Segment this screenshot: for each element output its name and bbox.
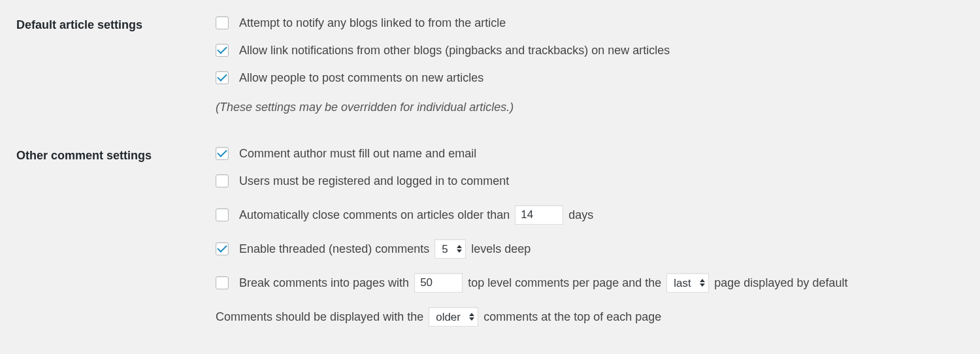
auto-close-label-pre[interactable]: Automatically close comments on articles… — [239, 208, 510, 222]
other-comment-fields: Comment author must fill out name and em… — [216, 144, 967, 341]
other-comment-settings-row: Other comment settings Comment author mu… — [13, 144, 967, 341]
allow-pingbacks-checkbox[interactable] — [216, 44, 229, 57]
threaded-label-pre[interactable]: Enable threaded (nested) comments — [239, 242, 429, 256]
other-comment-heading-text: Other comment settings — [16, 149, 152, 162]
threaded-label-post: levels deep — [471, 242, 531, 256]
must-fill-name-email-checkbox[interactable] — [216, 147, 229, 160]
auto-close-checkbox[interactable] — [216, 208, 229, 221]
must-be-registered-checkbox[interactable] — [216, 174, 229, 187]
must-fill-name-email-label[interactable]: Comment author must fill out name and em… — [239, 147, 476, 161]
auto-close-line: Automatically close comments on articles… — [216, 205, 967, 225]
comment-order-select[interactable]: older — [429, 307, 478, 327]
auto-close-days-input[interactable] — [515, 205, 563, 225]
comment-order-label-post: comments at the top of each page — [483, 310, 661, 324]
allow-comments-line: Allow people to post comments on new art… — [216, 68, 967, 88]
notify-linked-checkbox[interactable] — [216, 16, 229, 29]
must-fill-name-email-line: Comment author must fill out name and em… — [216, 144, 967, 163]
allow-pingbacks-label[interactable]: Allow link notifications from other blog… — [239, 44, 670, 57]
other-comment-settings-heading: Other comment settings — [13, 144, 216, 163]
threaded-line: Enable threaded (nested) comments 5 leve… — [216, 239, 967, 259]
default-article-settings-row: Default article settings Attempt to noti… — [13, 13, 967, 123]
default-article-settings-heading: Default article settings — [13, 13, 216, 32]
auto-close-label-post: days — [568, 208, 593, 222]
paginate-line: Break comments into pages with top level… — [216, 273, 967, 293]
paginate-checkbox[interactable] — [216, 276, 229, 289]
paginate-default-page-select[interactable]: last — [666, 273, 709, 293]
allow-pingbacks-line: Allow link notifications from other blog… — [216, 40, 967, 60]
default-article-note-line: (These settings may be overridden for in… — [216, 95, 967, 115]
comment-order-line: Comments should be displayed with the ol… — [216, 307, 967, 327]
must-be-registered-label[interactable]: Users must be registered and logged in t… — [239, 174, 509, 188]
threaded-checkbox[interactable] — [216, 242, 229, 255]
allow-comments-checkbox[interactable] — [216, 71, 229, 84]
notify-linked-label[interactable]: Attempt to notify any blogs linked to fr… — [239, 16, 506, 30]
default-article-fields: Attempt to notify any blogs linked to fr… — [216, 13, 967, 123]
paginate-label-mid: top level comments per page and the — [468, 276, 661, 290]
default-article-heading-text: Default article settings — [16, 18, 142, 31]
paginate-per-page-input[interactable] — [414, 273, 463, 293]
must-be-registered-line: Users must be registered and logged in t… — [216, 171, 967, 191]
default-article-note: (These settings may be overridden for in… — [216, 101, 514, 114]
threaded-levels-select[interactable]: 5 — [434, 239, 466, 259]
notify-linked-line: Attempt to notify any blogs linked to fr… — [216, 13, 967, 33]
comment-order-label-pre: Comments should be displayed with the — [216, 310, 423, 324]
paginate-label-post: page displayed by default — [714, 276, 847, 290]
allow-comments-label[interactable]: Allow people to post comments on new art… — [239, 71, 483, 85]
paginate-label-pre[interactable]: Break comments into pages with — [239, 276, 409, 290]
